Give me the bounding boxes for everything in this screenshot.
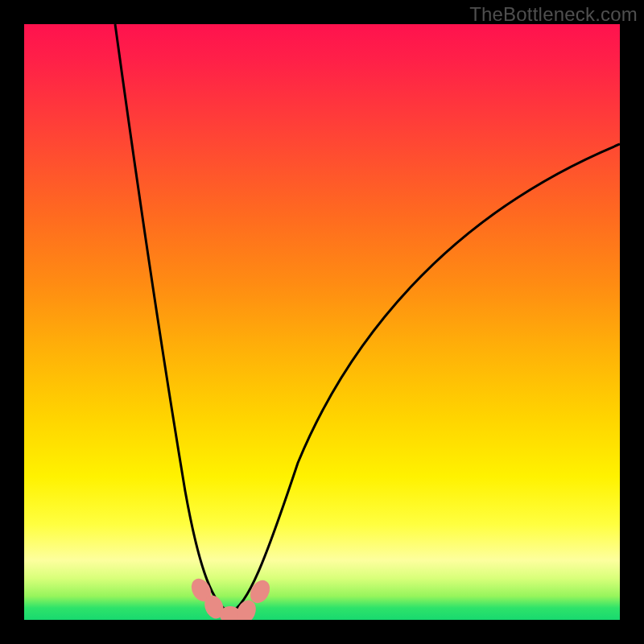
- right-curve-path: [230, 144, 620, 613]
- left-curve-path: [115, 24, 230, 613]
- markers-group: [188, 576, 274, 620]
- plot-area: [24, 24, 620, 620]
- curve-layer: [24, 24, 620, 620]
- chart-frame: TheBottleneck.com: [0, 0, 644, 644]
- watermark-text: TheBottleneck.com: [469, 3, 638, 26]
